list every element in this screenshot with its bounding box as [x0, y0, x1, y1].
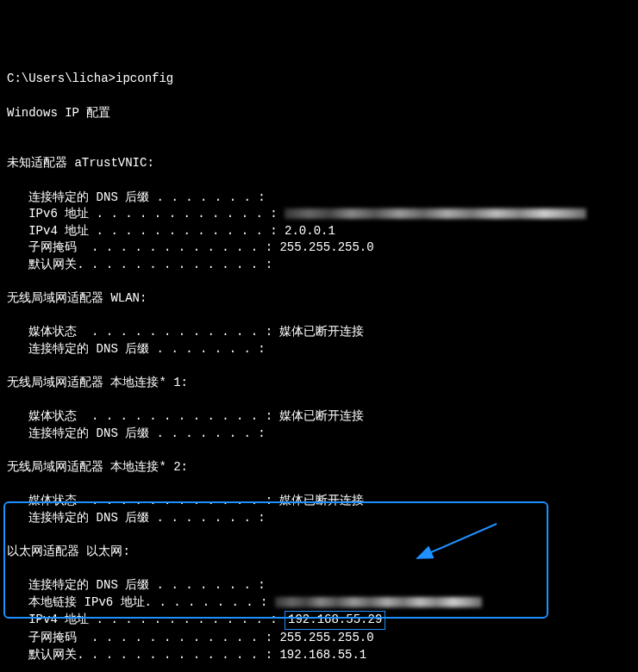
- terminal-line: 默认网关. . . . . . . . . . . . . :: [7, 257, 631, 274]
- terminal-line: 默认网关. . . . . . . . . . . . . : 192.168.…: [7, 647, 631, 664]
- ipv4-address-highlight: 192.168.55.29: [285, 611, 385, 630]
- terminal-line: [7, 358, 631, 375]
- terminal-line: [7, 526, 631, 544]
- terminal-line: 连接特定的 DNS 后缀 . . . . . . . :: [7, 577, 631, 594]
- terminal-line: [7, 308, 631, 325]
- terminal-line: [7, 121, 631, 139]
- terminal-line: 无线局域网适配器 本地连接* 2:: [7, 459, 631, 476]
- terminal-line: 未知适配器 aTrustVNIC:: [7, 155, 631, 172]
- terminal-line: [7, 139, 631, 156]
- terminal-line: 子网掩码 . . . . . . . . . . . . : 255.255.2…: [7, 630, 631, 647]
- terminal-line: 媒体状态 . . . . . . . . . . . . : 媒体已断开连接: [7, 408, 631, 426]
- terminal-line: 连接特定的 DNS 后缀 . . . . . . . :: [7, 426, 631, 443]
- terminal-line: IPv4 地址 . . . . . . . . . . . . : 2.0.0.…: [7, 223, 631, 240]
- redacted-value: [275, 597, 482, 607]
- terminal-line: [7, 561, 631, 578]
- terminal-line: 以太网适配器 以太网:: [7, 544, 631, 561]
- terminal-line: 无线局域网适配器 WLAN:: [7, 290, 631, 308]
- terminal-line: Windows IP 配置: [7, 105, 631, 122]
- terminal-line: 媒体状态 . . . . . . . . . . . . : 媒体已断开连接: [7, 324, 631, 341]
- terminal-line: 无线局域网适配器 本地连接* 1:: [7, 375, 631, 392]
- terminal-line: [7, 172, 631, 190]
- terminal-line: [7, 442, 631, 459]
- terminal-line: 本地链接 IPv6 地址. . . . . . . . :: [7, 594, 631, 612]
- terminal-line: [7, 663, 631, 672]
- terminal-line: 子网掩码 . . . . . . . . . . . . : 255.255.2…: [7, 240, 631, 257]
- terminal-line: 连接特定的 DNS 后缀 . . . . . . . :: [7, 341, 631, 358]
- terminal-line: IPv4 地址 . . . . . . . . . . . . : 192.16…: [7, 611, 631, 630]
- terminal-line: [7, 274, 631, 291]
- terminal-line: 连接特定的 DNS 后缀 . . . . . . . :: [7, 510, 631, 527]
- terminal-output: C:\Users\licha>ipconfig Windows IP 配置 未知…: [7, 71, 631, 672]
- terminal-line: 连接特定的 DNS 后缀 . . . . . . . :: [7, 190, 631, 207]
- terminal-line: IPv6 地址 . . . . . . . . . . . . :: [7, 206, 631, 223]
- terminal-line: [7, 476, 631, 494]
- terminal-line: C:\Users\licha>ipconfig: [7, 71, 631, 88]
- terminal-line: 媒体状态 . . . . . . . . . . . . : 媒体已断开连接: [7, 493, 631, 510]
- terminal-line: [7, 392, 631, 409]
- terminal-line: [7, 88, 631, 105]
- redacted-value: [285, 208, 586, 219]
